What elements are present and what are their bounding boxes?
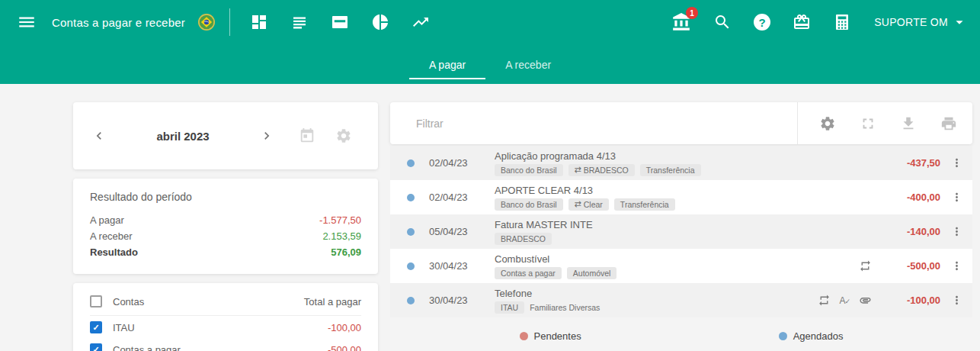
accounts-card: Contas Total a pagar ✓ITAU-100,00✓Contas… [73,283,378,351]
tag-label: Contas a pagar [501,269,556,278]
dashboard-icon[interactable] [250,13,268,31]
filter-card [390,102,972,144]
month-settings-icon[interactable] [335,127,352,144]
row-menu-icon[interactable] [940,191,972,204]
summary-row-value: 2.153,59 [322,228,361,244]
transaction-tags: Contas a pagarAutomóvel [495,267,859,279]
user-menu-label: SUPORTE OM [874,16,948,28]
tag-label: BRADESCO [501,234,546,243]
bank-notifications[interactable]: 1 [671,12,691,32]
previous-month-button[interactable] [91,128,107,143]
tag-label: Familiares Diversas [530,303,600,312]
month-tools [299,127,352,144]
transaction-row[interactable]: 02/04/23APORTE CLEAR 4/13Banco do Brasil… [390,180,972,214]
calculator-icon[interactable] [833,13,851,31]
transaction-tags: BRADESCO [495,233,872,245]
summary-row-label: A receber [90,228,133,244]
page-title: Contas a pagar e receber [52,16,185,29]
row-menu-icon[interactable] [940,156,972,169]
settings-icon[interactable] [819,115,836,132]
right-column: 02/04/23Aplicação programada 4/13Banco d… [390,102,972,342]
transaction-row[interactable]: 05/04/23Fatura MASTER INTEBRADESCO-140,0… [390,214,972,249]
summary-row-value: 576,09 [331,244,361,260]
transfer-icon: ⇄ [575,200,581,208]
accounts-select-all-checkbox[interactable] [90,295,102,308]
transaction-title: Telefone [495,288,818,299]
accounts-header: Contas Total a pagar [90,295,361,316]
download-icon[interactable] [900,115,917,132]
list-view-icon[interactable] [290,13,309,31]
filter-input[interactable] [416,118,793,130]
attachment-icon [859,294,872,307]
user-menu[interactable]: SUPORTE OM [874,14,968,31]
status-dot [407,194,415,201]
transaction-title: Combustível [495,253,859,265]
tab-a-pagar[interactable]: A pagar [409,51,485,79]
transaction-amount: -500,00 [886,260,940,272]
month-selector-card: abril 2023 [73,102,378,169]
trending-up-icon[interactable] [412,13,430,31]
transaction-list: 02/04/23Aplicação programada 4/13Banco d… [390,146,972,317]
transaction-date: 02/04/23 [429,157,478,169]
tab-bar: A pagarA receber [0,51,980,79]
next-month-button[interactable] [259,128,274,143]
gift-icon[interactable] [793,13,811,31]
transaction-tags: Banco do Brasil⇄BRADESCOTransferência [495,164,872,176]
account-checkbox[interactable]: ✓ [90,321,102,333]
auto-check-icon: A✓ [839,296,850,305]
tag-label: ITAU [501,303,518,312]
status-dot [407,297,415,304]
calendar-icon[interactable] [299,127,315,144]
transaction-flags: A✓ [818,294,872,307]
transaction-title: Aplicação programada 4/13 [495,150,872,162]
status-dot [407,159,415,167]
app: Contas a pagar e receber 1? SUPORTE OM A… [0,0,980,351]
account-checkbox[interactable]: ✓ [90,343,102,351]
legend-label: Agendados [793,330,844,342]
transaction-tag: ⇄BRADESCO [568,164,635,176]
tab-a-receber[interactable]: A receber [485,51,571,79]
transaction-amount: -437,50 [886,157,940,169]
repeat-icon [818,294,831,307]
menu-icon[interactable] [17,12,37,32]
help-icon: ? [754,14,770,31]
tag-label: Banco do Brasil [501,200,557,209]
card-view-icon[interactable] [331,13,349,31]
legend-item-agendados: Agendados [779,330,844,342]
tag-label: Transferência [620,200,669,209]
transaction-flags [859,259,872,272]
legend-label: Pendentes [534,330,581,342]
row-menu-icon[interactable] [940,294,972,307]
transaction-amount: -100,00 [886,295,940,306]
main-content: abril 2023 Resultado do período A pagar-… [0,84,980,351]
row-menu-icon[interactable] [940,225,972,238]
account-row: ✓Contas a pagar-500,00 [90,338,361,351]
accounts-header-label: Contas [113,296,144,308]
help-icon[interactable]: ? [754,14,770,31]
account-label: ITAU [113,322,135,333]
fullscreen-icon[interactable] [860,115,876,132]
account-label: Contas a pagar [113,344,181,351]
tag-label: Banco do Brasil [501,166,557,175]
transaction-row[interactable]: 02/04/23Aplicação programada 4/13Banco d… [390,146,972,180]
transaction-info: Aplicação programada 4/13Banco do Brasil… [495,150,872,176]
summary-row-label: A pagar [90,212,124,228]
legend-dot [520,332,528,340]
transaction-tag: Automóvel [567,267,617,279]
summary-title: Resultado do período [90,191,361,203]
legend-dot [779,332,787,340]
transaction-row[interactable]: 30/04/23TelefoneITAUFamiliares DiversasA… [390,283,972,317]
row-menu-icon[interactable] [940,259,972,272]
accounts-total-label: Total a pagar [304,296,361,308]
transaction-amount: -400,00 [886,192,940,203]
transaction-info: CombustívelContas a pagarAutomóvel [495,253,859,279]
transaction-tags: ITAUFamiliares Diversas [495,301,818,314]
status-dot [407,228,415,236]
summary-rows: A pagar-1.577,50A receber2.153,59Resulta… [90,212,361,260]
print-icon[interactable] [940,115,957,132]
transaction-tag: ITAU [495,301,524,314]
pie-chart-icon[interactable] [371,13,389,31]
search-icon[interactable] [713,13,732,31]
status-legend: PendentesAgendados [390,330,972,342]
transaction-row[interactable]: 30/04/23CombustívelContas a pagarAutomóv… [390,249,972,283]
